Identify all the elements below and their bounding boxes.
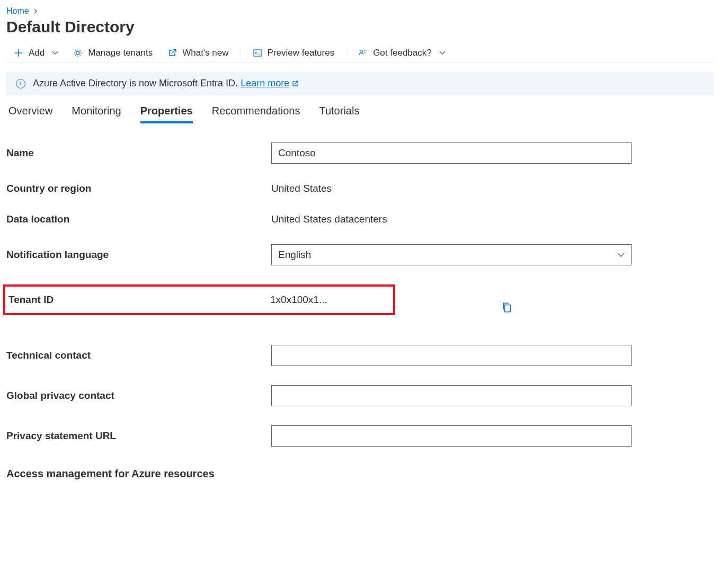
data-location-value: United States datacenters xyxy=(271,213,387,225)
svg-point-0 xyxy=(76,51,79,55)
got-feedback-label: Got feedback? xyxy=(373,48,432,58)
whats-new-label: What's new xyxy=(182,48,228,58)
country-value: United States xyxy=(271,183,332,194)
privacy-statement-url-row: Privacy statement URL xyxy=(6,425,714,447)
add-button[interactable]: Add xyxy=(6,44,66,61)
tab-monitoring[interactable]: Monitoring xyxy=(72,105,121,123)
info-banner: i Azure Active Directory is now Microsof… xyxy=(6,72,714,95)
page-title: Default Directory xyxy=(6,18,714,36)
data-location-label: Data location xyxy=(6,213,271,225)
add-label: Add xyxy=(29,48,45,58)
name-label: Name xyxy=(6,147,271,159)
breadcrumb-home-link[interactable]: Home xyxy=(6,6,29,16)
global-privacy-contact-label: Global privacy contact xyxy=(6,390,271,402)
learn-more-label: Learn more xyxy=(241,78,289,89)
tabs: Overview Monitoring Properties Recommend… xyxy=(6,105,714,123)
info-banner-text: Azure Active Directory is now Microsoft … xyxy=(33,78,299,89)
learn-more-link[interactable]: Learn more xyxy=(241,78,299,89)
tenant-id-label: Tenant ID xyxy=(8,294,270,306)
svg-point-2 xyxy=(360,50,363,53)
data-location-row: Data location United States datacenters xyxy=(6,213,714,225)
name-row: Name xyxy=(6,142,714,164)
toolbar-separator xyxy=(241,47,241,59)
external-link-icon xyxy=(291,80,299,87)
feedback-icon xyxy=(358,48,368,58)
technical-contact-input[interactable] xyxy=(271,345,632,366)
tab-recommendations[interactable]: Recommendations xyxy=(212,105,300,123)
tenant-id-value: 1x0x100x1... xyxy=(270,294,327,306)
technical-contact-row: Technical contact xyxy=(6,345,714,366)
info-icon: i xyxy=(16,79,25,88)
notification-language-row: Notification language English xyxy=(6,244,714,265)
preview-features-button[interactable]: Preview features xyxy=(245,44,342,61)
plus-icon xyxy=(14,48,23,58)
breadcrumb: Home xyxy=(6,6,714,16)
chevron-down-icon xyxy=(52,51,58,55)
svg-rect-3 xyxy=(505,305,511,312)
manage-tenants-label: Manage tenants xyxy=(88,48,153,58)
notification-language-select[interactable]: English xyxy=(271,244,632,265)
preview-features-label: Preview features xyxy=(268,48,335,58)
notification-language-label: Notification language xyxy=(6,249,271,261)
global-privacy-contact-input[interactable] xyxy=(271,385,632,406)
toolbar: Add Manage tenants What's new Preview fe… xyxy=(6,44,714,63)
whats-new-button[interactable]: What's new xyxy=(160,44,236,61)
name-input[interactable] xyxy=(271,142,632,164)
got-feedback-button[interactable]: Got feedback? xyxy=(351,44,453,61)
tab-properties[interactable]: Properties xyxy=(140,105,193,123)
chevron-down-icon xyxy=(439,51,446,55)
copy-tenant-id-button[interactable] xyxy=(501,301,513,313)
country-row: Country or region United States xyxy=(6,183,714,194)
tab-tutorials[interactable]: Tutorials xyxy=(319,105,359,123)
privacy-statement-url-label: Privacy statement URL xyxy=(6,430,271,442)
svg-rect-1 xyxy=(254,50,261,56)
privacy-statement-url-input[interactable] xyxy=(271,425,632,447)
gear-icon xyxy=(73,48,83,58)
access-management-heading: Access management for Azure resources xyxy=(6,468,714,480)
copy-icon xyxy=(501,301,513,313)
tab-overview[interactable]: Overview xyxy=(8,105,52,123)
preview-icon xyxy=(253,48,262,58)
info-banner-message: Azure Active Directory is now Microsoft … xyxy=(33,78,241,88)
tenant-id-row-highlight: Tenant ID 1x0x100x1... xyxy=(3,284,395,315)
global-privacy-contact-row: Global privacy contact xyxy=(6,385,714,406)
chevron-down-icon xyxy=(617,253,625,257)
notification-language-value: English xyxy=(278,249,311,261)
external-link-icon xyxy=(167,48,177,58)
technical-contact-label: Technical contact xyxy=(6,350,271,361)
toolbar-separator xyxy=(346,47,346,59)
manage-tenants-button[interactable]: Manage tenants xyxy=(66,44,160,61)
chevron-right-icon xyxy=(33,8,39,14)
country-label: Country or region xyxy=(6,183,271,194)
